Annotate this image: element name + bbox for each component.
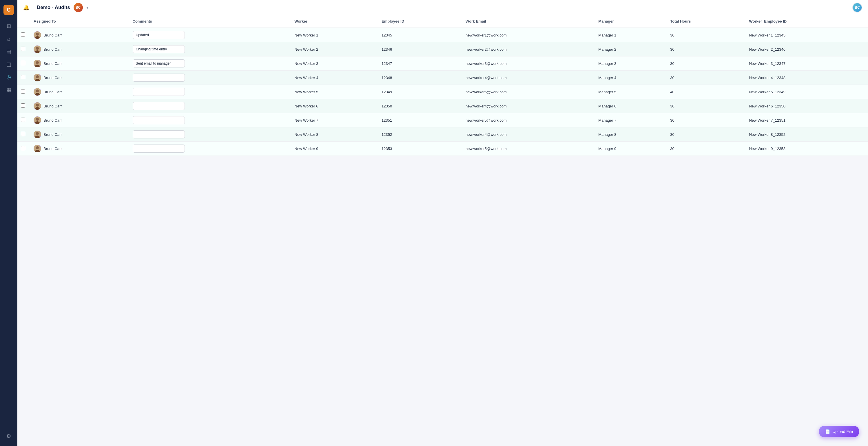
sidebar: C ⊞ ⌂ ▤ ◫ ◷ ▦ ⚙: [0, 0, 18, 446]
col-worker-employee-id: Worker_Employee ID: [744, 15, 868, 28]
comment-input[interactable]: [133, 31, 185, 39]
row-checkbox[interactable]: [21, 32, 25, 37]
person-avatar: [34, 145, 41, 152]
person-avatar: [34, 88, 41, 96]
row-checkbox-cell: [18, 85, 29, 99]
comment-input[interactable]: [133, 73, 185, 82]
table-row: Bruno Carr New Worker 5 12349 new.worker…: [18, 85, 868, 99]
row-checkbox[interactable]: [21, 146, 25, 150]
assigned-to-cell: Bruno Carr: [29, 42, 128, 57]
worker-cell: New Worker 2: [290, 42, 377, 57]
total-hours-cell: 30: [665, 127, 744, 141]
employee-id-cell: 12352: [377, 127, 461, 141]
audits-table-container: Assigned To Comments Worker Employee ID …: [18, 15, 868, 156]
work-email-cell: new.worker4@work.com: [461, 99, 594, 113]
row-checkbox[interactable]: [21, 132, 25, 136]
work-email-cell: new.worker5@work.com: [461, 113, 594, 127]
person-avatar: [34, 102, 41, 110]
total-hours-cell: 30: [665, 42, 744, 57]
folder-icon[interactable]: ◫: [3, 59, 14, 69]
svg-point-13: [36, 90, 39, 92]
table-row: Bruno Carr New Worker 1 12345 new.worker…: [18, 28, 868, 42]
settings-icon[interactable]: ⚙: [3, 431, 14, 441]
home-icon[interactable]: ⌂: [3, 34, 14, 44]
worker-employee-id-cell: New Worker 3_12347: [744, 57, 868, 71]
col-work-email: Work Email: [461, 15, 594, 28]
main-content: 🔔 Demo - Audits BC ▾ BC Assigned To Comm…: [18, 0, 868, 446]
comment-cell: [128, 71, 290, 85]
assigned-to-name: Bruno Carr: [43, 33, 62, 37]
assigned-to-cell: Bruno Carr: [29, 85, 128, 99]
calendar-icon[interactable]: ▦: [3, 85, 14, 95]
chevron-down-icon[interactable]: ▾: [86, 5, 88, 10]
total-hours-cell: 30: [665, 99, 744, 113]
select-all-checkbox[interactable]: [21, 19, 25, 23]
svg-point-1: [36, 33, 39, 36]
employee-id-cell: 12351: [377, 113, 461, 127]
employee-id-cell: 12345: [377, 28, 461, 42]
manager-cell: Manager 5: [594, 85, 665, 99]
row-checkbox[interactable]: [21, 118, 25, 122]
assigned-to-name: Bruno Carr: [43, 61, 62, 66]
col-manager: Manager: [594, 15, 665, 28]
worker-cell: New Worker 4: [290, 71, 377, 85]
row-checkbox-cell: [18, 141, 29, 156]
comment-input[interactable]: [133, 130, 185, 138]
employee-id-cell: 12350: [377, 99, 461, 113]
comment-input[interactable]: [133, 45, 185, 53]
clock-icon[interactable]: ◷: [3, 72, 14, 82]
chart-icon[interactable]: ▤: [3, 46, 14, 57]
svg-point-22: [36, 132, 39, 135]
comment-input[interactable]: [133, 145, 185, 153]
svg-point-4: [36, 47, 39, 50]
upload-icon: 📄: [825, 429, 830, 434]
row-checkbox-cell: [18, 28, 29, 42]
total-hours-cell: 30: [665, 71, 744, 85]
total-hours-cell: 30: [665, 113, 744, 127]
work-email-cell: new.worker5@work.com: [461, 85, 594, 99]
col-comments: Comments: [128, 15, 290, 28]
worker-employee-id-cell: New Worker 6_12350: [744, 99, 868, 113]
employee-id-cell: 12348: [377, 71, 461, 85]
worker-cell: New Worker 5: [290, 85, 377, 99]
worker-employee-id-cell: New Worker 7_12351: [744, 113, 868, 127]
assigned-to-cell: Bruno Carr: [29, 141, 128, 156]
row-checkbox-cell: [18, 113, 29, 127]
comment-cell: [128, 141, 290, 156]
row-checkbox[interactable]: [21, 103, 25, 108]
assigned-to-cell: Bruno Carr: [29, 28, 128, 42]
user-avatar[interactable]: BC: [852, 3, 862, 12]
svg-point-16: [36, 104, 39, 106]
row-checkbox[interactable]: [21, 46, 25, 51]
col-employee-id: Employee ID: [377, 15, 461, 28]
comment-cell: [128, 57, 290, 71]
col-worker: Worker: [290, 15, 377, 28]
work-email-cell: new.worker5@work.com: [461, 141, 594, 156]
person-avatar: [34, 45, 41, 53]
upload-file-button[interactable]: 📄 Upload File: [819, 426, 859, 437]
worker-employee-id-cell: New Worker 9_12353: [744, 141, 868, 156]
total-hours-cell: 30: [665, 28, 744, 42]
comment-input[interactable]: [133, 59, 185, 67]
comment-cell: [128, 28, 290, 42]
work-email-cell: new.worker4@work.com: [461, 127, 594, 141]
worker-cell: New Worker 9: [290, 141, 377, 156]
assigned-to-name: Bruno Carr: [43, 132, 62, 137]
notifications-bell[interactable]: 🔔: [23, 4, 30, 11]
assigned-to-cell: Bruno Carr: [29, 127, 128, 141]
row-checkbox[interactable]: [21, 89, 25, 94]
col-total-hours: Total Hours: [665, 15, 744, 28]
worker-employee-id-cell: New Worker 5_12349: [744, 85, 868, 99]
table-row: Bruno Carr New Worker 4 12348 new.worker…: [18, 71, 868, 85]
manager-cell: Manager 6: [594, 99, 665, 113]
comment-input[interactable]: [133, 102, 185, 110]
row-checkbox[interactable]: [21, 75, 25, 79]
row-checkbox[interactable]: [21, 61, 25, 65]
grid-icon[interactable]: ⊞: [3, 21, 14, 31]
app-logo: C: [3, 5, 14, 15]
comment-input[interactable]: [133, 116, 185, 124]
total-hours-cell: 40: [665, 85, 744, 99]
manager-cell: Manager 4: [594, 71, 665, 85]
comment-cell: [128, 99, 290, 113]
comment-input[interactable]: [133, 88, 185, 96]
